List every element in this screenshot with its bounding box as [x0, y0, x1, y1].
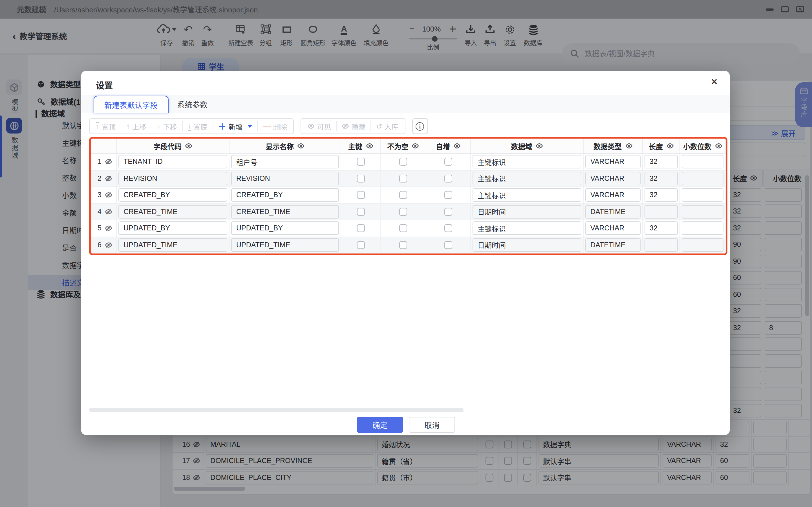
pin-top-button[interactable]: ↑置顶	[91, 121, 121, 131]
data-domain-input[interactable]: 日期时间	[472, 205, 581, 219]
eye-off-icon[interactable]	[105, 159, 112, 165]
decimals-input[interactable]	[682, 238, 723, 252]
auto-increment-checkbox[interactable]	[444, 175, 452, 182]
delete-row-button[interactable]: —删除	[257, 121, 292, 131]
default-fields-table: 字段代码 显示名称 主键 不为空 自增 数据域	[89, 137, 727, 255]
data-domain-input[interactable]: 主键标识	[472, 172, 581, 185]
data-type-input[interactable]: VARCHAR	[585, 172, 641, 185]
display-name-input[interactable]: REVISION	[231, 172, 339, 185]
column-header[interactable]: 字段代码	[117, 138, 230, 153]
length-input[interactable]	[645, 238, 678, 252]
column-header[interactable]: 自增	[426, 138, 471, 153]
display-name-input[interactable]: 租户号	[231, 155, 339, 169]
column-header[interactable]: 显示名称	[230, 138, 341, 153]
eye-icon[interactable]	[625, 143, 632, 149]
auto-increment-checkbox[interactable]	[444, 208, 452, 216]
field-code-input[interactable]: REVISION	[118, 172, 227, 185]
eye-icon[interactable]	[536, 143, 543, 149]
eye-icon[interactable]	[366, 143, 373, 149]
length-input[interactable]: 32	[645, 188, 678, 202]
decimals-input[interactable]	[682, 188, 723, 202]
column-header[interactable]: 数据域	[471, 138, 583, 153]
decimals-input[interactable]	[682, 205, 723, 219]
decimals-input[interactable]	[682, 222, 723, 235]
auto-increment-checkbox[interactable]	[444, 241, 452, 249]
field-code-input[interactable]: CREATED_TIME	[118, 205, 227, 219]
not-null-checkbox[interactable]	[399, 158, 407, 166]
data-domain-input[interactable]: 主键标识	[472, 155, 581, 169]
column-header[interactable]: 小数位数	[680, 138, 726, 153]
app-root: 元数建模 /Users/asher/workspace/ws-fisok/ys/…	[0, 0, 812, 507]
dialog-horizontal-scrollbar[interactable]	[89, 408, 463, 412]
not-null-checkbox[interactable]	[399, 208, 407, 216]
eye-off-icon[interactable]	[105, 192, 112, 198]
field-code-input[interactable]: UPDATED_TIME	[118, 238, 227, 252]
eye-icon[interactable]	[453, 143, 461, 149]
field-code-input[interactable]: UPDATED_BY	[118, 222, 227, 235]
arrow-to-top-icon: ↑	[96, 122, 100, 130]
primary-key-checkbox[interactable]	[357, 224, 364, 232]
not-null-checkbox[interactable]	[399, 191, 407, 199]
auto-increment-checkbox[interactable]	[444, 158, 452, 166]
eye-off-icon[interactable]	[105, 176, 112, 181]
column-header[interactable]: 数据类型	[583, 138, 643, 153]
auto-increment-checkbox[interactable]	[444, 224, 452, 232]
length-input[interactable]	[645, 205, 678, 219]
field-code-input[interactable]: CREATED_BY	[118, 188, 227, 202]
length-input[interactable]: 32	[645, 222, 678, 235]
tab-system-params[interactable]: 系统参数	[171, 95, 213, 113]
info-button[interactable]: i	[412, 118, 428, 134]
cancel-button[interactable]: 取消	[409, 417, 455, 433]
hide-button[interactable]: 隐藏	[336, 121, 370, 131]
not-null-checkbox[interactable]	[399, 241, 407, 249]
not-null-checkbox[interactable]	[399, 224, 407, 232]
display-name-input[interactable]: UPDATED_TIME	[231, 238, 339, 252]
eye-icon[interactable]	[715, 143, 722, 149]
ok-button[interactable]: 确定	[357, 417, 403, 433]
eye-off-icon[interactable]	[105, 242, 112, 248]
not-null-checkbox[interactable]	[399, 175, 407, 182]
store-button[interactable]: ↺入库	[370, 121, 403, 131]
length-input[interactable]: 32	[645, 155, 678, 169]
data-domain-input[interactable]: 日期时间	[472, 238, 581, 252]
primary-key-checkbox[interactable]	[357, 158, 364, 166]
decimals-input[interactable]	[682, 172, 723, 185]
tab-default-fields[interactable]: 新建表默认字段	[94, 96, 168, 113]
eye-off-icon[interactable]	[105, 226, 112, 231]
data-domain-input[interactable]: 主键标识	[472, 222, 581, 235]
auto-increment-checkbox[interactable]	[444, 191, 452, 199]
column-header[interactable]: 不为空	[380, 138, 426, 153]
add-row-button[interactable]: ＋新增	[213, 121, 257, 131]
visible-button[interactable]: 可见	[302, 121, 336, 131]
primary-key-checkbox[interactable]	[357, 175, 364, 182]
column-header[interactable]: 长度	[643, 138, 680, 153]
eye-off-icon[interactable]	[105, 209, 112, 215]
primary-key-checkbox[interactable]	[357, 208, 364, 216]
move-down-button[interactable]: ↓下移	[151, 121, 182, 131]
add-dropdown-icon[interactable]	[248, 125, 252, 128]
eye-icon[interactable]	[412, 143, 419, 149]
data-type-input[interactable]: VARCHAR	[585, 222, 641, 235]
data-type-input[interactable]: DATETIME	[585, 205, 641, 219]
display-name-input[interactable]: CREATED_TIME	[231, 205, 339, 219]
eye-icon[interactable]	[666, 143, 673, 149]
close-dialog-icon[interactable]: ×	[711, 76, 717, 87]
data-type-input[interactable]: VARCHAR	[585, 188, 641, 202]
settings-dialog: 设置 × 新建表默认字段 系统参数 ↑置顶 ↑上移 ↓下移 ↓置底 ＋新增 —删…	[81, 71, 730, 435]
restore-icon: ↺	[376, 122, 382, 130]
data-type-input[interactable]: DATETIME	[585, 238, 641, 252]
eye-icon[interactable]	[185, 143, 192, 149]
eye-icon[interactable]	[297, 143, 305, 149]
column-header[interactable]: 主键	[341, 138, 380, 153]
decimals-input[interactable]	[682, 155, 723, 169]
data-type-input[interactable]: VARCHAR	[585, 155, 641, 169]
data-domain-input[interactable]: 主键标识	[472, 188, 581, 202]
field-code-input[interactable]: TENANT_ID	[118, 155, 227, 169]
display-name-input[interactable]: UPDATED_BY	[231, 222, 339, 235]
display-name-input[interactable]: CREATED_BY	[231, 188, 339, 202]
pin-bottom-button[interactable]: ↓置底	[182, 121, 213, 131]
primary-key-checkbox[interactable]	[357, 191, 364, 199]
move-up-button[interactable]: ↑上移	[121, 121, 152, 131]
length-input[interactable]: 32	[645, 172, 678, 185]
primary-key-checkbox[interactable]	[357, 241, 364, 249]
